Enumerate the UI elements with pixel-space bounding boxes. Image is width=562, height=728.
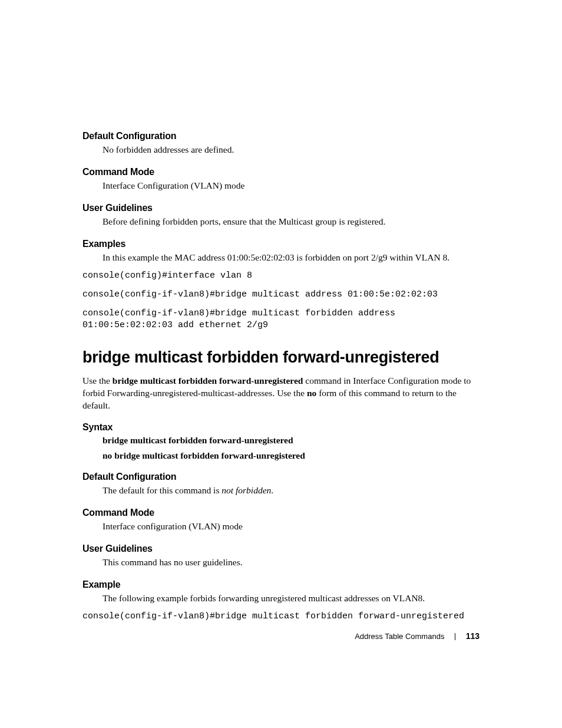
- code-block-2: console(config-if-vlan8)#bridge multicas…: [82, 289, 480, 301]
- text-main-intro: Use the bridge multicast forbidden forwa…: [82, 375, 480, 412]
- text-examples-intro: In this example the MAC address 01:00:5e…: [103, 252, 480, 264]
- text-default-config-1: No forbidden addresses are defined.: [103, 144, 480, 156]
- heading-syntax: Syntax: [82, 422, 480, 433]
- footer-page-number: 113: [466, 631, 480, 641]
- heading-main-command: bridge multicast forbidden forward-unreg…: [82, 348, 480, 367]
- heading-command-mode-2: Command Mode: [82, 508, 480, 518]
- text-command-mode-2: Interface configuration (VLAN) mode: [103, 521, 480, 533]
- text-user-guidelines-1: Before defining forbidden ports, ensure …: [103, 216, 480, 228]
- syntax-line-1: bridge multicast forbidden forward-unreg…: [103, 435, 480, 446]
- heading-command-mode-1: Command Mode: [82, 167, 480, 177]
- intro-no-keyword: no: [307, 388, 316, 398]
- code-block-1: console(config)#interface vlan 8: [82, 270, 480, 282]
- code-block-4: console(config-if-vlan8)#bridge multicas…: [82, 611, 480, 622]
- syntax-line-2: no bridge multicast forbidden forward-un…: [103, 450, 480, 461]
- intro-command-name: bridge multicast forbidden forward-unreg…: [113, 375, 303, 386]
- text-default-config-2: The default for this command is not forb…: [103, 485, 480, 497]
- heading-default-config-1: Default Configuration: [82, 131, 480, 141]
- text-example-2: The following example forbids forwarding…: [103, 592, 480, 605]
- heading-example-2: Example: [82, 579, 480, 590]
- heading-user-guidelines-2: User Guidelines: [82, 543, 480, 554]
- dc2-part-a: The default for this command is: [103, 485, 222, 495]
- page-footer: Address Table Commands 113: [355, 631, 480, 641]
- document-page: Default Configuration No forbidden addre…: [0, 0, 562, 728]
- dc2-italic: not forbidden: [222, 485, 271, 495]
- text-user-guidelines-2: This command has no user guidelines.: [103, 556, 480, 569]
- footer-separator: [455, 633, 455, 640]
- heading-default-config-2: Default Configuration: [82, 472, 480, 482]
- intro-part-a: Use the: [82, 375, 113, 386]
- heading-user-guidelines-1: User Guidelines: [82, 203, 480, 213]
- text-command-mode-1: Interface Configuration (VLAN) mode: [103, 180, 480, 192]
- heading-examples: Examples: [82, 239, 480, 249]
- dc2-part-c: .: [271, 485, 273, 495]
- footer-section-title: Address Table Commands: [355, 632, 444, 641]
- code-block-3: console(config-if-vlan8)#bridge multicas…: [82, 308, 480, 332]
